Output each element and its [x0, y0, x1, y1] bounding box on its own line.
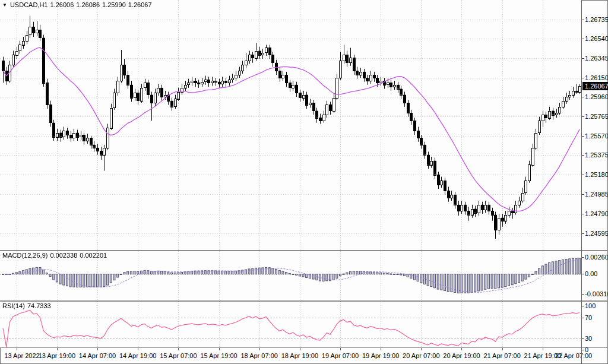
- axis-tick-mark: [582, 58, 584, 59]
- axis-tick-mark: [582, 294, 584, 295]
- axis-tick-mark: [582, 97, 584, 97]
- time-tick-mark: [381, 348, 381, 350]
- axis-tick-mark: [582, 318, 584, 318]
- time-tick-mark: [421, 348, 422, 350]
- time-axis-label: 14 Apr 19:00: [119, 352, 156, 359]
- axis-tick-mark: [582, 155, 584, 156]
- chart-quote-header: ▼USDCAD,H11.260061.260861.259901.26067: [2, 1, 154, 10]
- time-tick-mark: [340, 348, 341, 350]
- axis-tick-mark: [582, 257, 584, 258]
- axis-tick-mark: [582, 338, 584, 339]
- rsi-indicator-canvas[interactable]: [0, 302, 581, 347]
- rsi-label: RSI(14): [2, 302, 25, 309]
- time-tick-mark: [178, 348, 179, 350]
- price-axis-label: 1.26345: [585, 55, 608, 62]
- price-axis-label: 1.26735: [585, 16, 608, 24]
- macd-axis-label: 0.00: [585, 270, 597, 278]
- time-axis-label: 14 Apr 07:00: [79, 352, 116, 359]
- price-axis-label: 1.24985: [585, 191, 608, 198]
- axis-tick-mark: [582, 136, 584, 137]
- macd-axis-label: 0.002603: [585, 254, 608, 261]
- time-axis-label: 20 Apr 07:00: [403, 352, 439, 359]
- axis-tick-mark: [582, 350, 584, 350]
- time-tick-mark: [461, 348, 462, 350]
- time-tick-mark: [543, 348, 543, 350]
- price-axis-label: 1.25765: [585, 113, 608, 121]
- price-axis-label: 1.26150: [585, 74, 608, 82]
- macd-main-value: 0.002338: [50, 252, 77, 259]
- candlestick-chart-canvas[interactable]: [0, 0, 581, 250]
- rsi-axis-label: 70: [585, 314, 592, 322]
- time-axis-label: 19 Apr 19:00: [362, 352, 399, 359]
- time-tick-mark: [57, 348, 58, 350]
- macd-signal-value: 0.002201: [80, 252, 107, 259]
- price-axis-label: 1.25960: [585, 93, 608, 101]
- axis-tick-mark: [582, 214, 584, 214]
- axis-tick-mark: [582, 233, 584, 234]
- price-axis-column[interactable]: 1.26067 1.267351.265401.263451.261501.25…: [581, 0, 608, 364]
- axis-tick-mark: [582, 20, 584, 20]
- price-axis-label: 1.26540: [585, 35, 608, 43]
- quote-open: 1.26006: [50, 1, 74, 8]
- time-tick-mark: [17, 348, 17, 350]
- time-tick-mark: [300, 348, 300, 350]
- time-axis-label: 15 Apr 19:00: [200, 352, 237, 359]
- axis-tick-mark: [582, 39, 584, 39]
- time-axis[interactable]: 13 Apr 202213 Apr 19:0014 Apr 07:0014 Ap…: [0, 348, 581, 364]
- quote-high: 1.26086: [76, 1, 100, 8]
- quote-low: 1.25990: [102, 1, 126, 8]
- quote-close: 1.26067: [128, 1, 152, 8]
- time-tick-mark: [138, 348, 138, 350]
- time-axis-label: 18 Apr 07:00: [240, 352, 277, 359]
- rsi-value: 74.7333: [27, 302, 51, 309]
- rsi-axis-label: 0: [585, 346, 588, 354]
- time-tick-mark: [219, 348, 220, 350]
- time-axis-label: 20 Apr 19:00: [443, 352, 480, 359]
- current-price-tag: 1.26067: [582, 82, 608, 90]
- time-axis-label: 21 Apr 07:00: [483, 352, 520, 359]
- symbol-timeframe-label: USDCAD,H1: [10, 1, 48, 8]
- rsi-pane-header: RSI(14)74.7333: [2, 302, 53, 310]
- time-axis-label: 13 Apr 19:00: [39, 352, 75, 359]
- price-axis-label: 1.24790: [585, 210, 608, 218]
- price-axis-label: 1.24595: [585, 230, 608, 238]
- trading-terminal-window: ▼USDCAD,H11.260061.260861.259901.26067 M…: [0, 0, 608, 364]
- time-axis-label: 13 Apr 2022: [4, 352, 39, 359]
- time-axis-label: 18 Apr 19:00: [281, 352, 318, 359]
- price-axis-label: 1.25375: [585, 151, 608, 159]
- time-tick-mark: [97, 348, 98, 350]
- price-axis-label: 1.25570: [585, 132, 608, 140]
- macd-axis-label: -0.003162: [585, 290, 608, 298]
- axis-tick-mark: [582, 274, 584, 274]
- axis-tick-mark: [582, 78, 584, 78]
- axis-tick-mark: [582, 116, 584, 117]
- axis-tick-mark: [582, 306, 584, 306]
- time-axis-label: 15 Apr 07:00: [160, 352, 197, 359]
- pane-separator-rsi[interactable]: [0, 300, 608, 302]
- axis-tick-mark: [582, 194, 584, 195]
- rsi-axis-label: 30: [585, 335, 592, 343]
- time-tick-mark: [259, 348, 260, 350]
- pane-separator-macd[interactable]: [0, 250, 608, 251]
- macd-pane-header: MACD(12,26,9)0.0023380.002201: [2, 252, 109, 259]
- symbol-dropdown-icon[interactable]: ▼: [2, 2, 7, 8]
- macd-label: MACD(12,26,9): [2, 252, 48, 259]
- time-axis-label: 19 Apr 07:00: [322, 352, 359, 359]
- rsi-axis-label: 100: [585, 302, 596, 310]
- axis-tick-mark: [582, 175, 584, 175]
- time-tick-mark: [502, 348, 503, 350]
- price-axis-label: 1.25180: [585, 171, 608, 179]
